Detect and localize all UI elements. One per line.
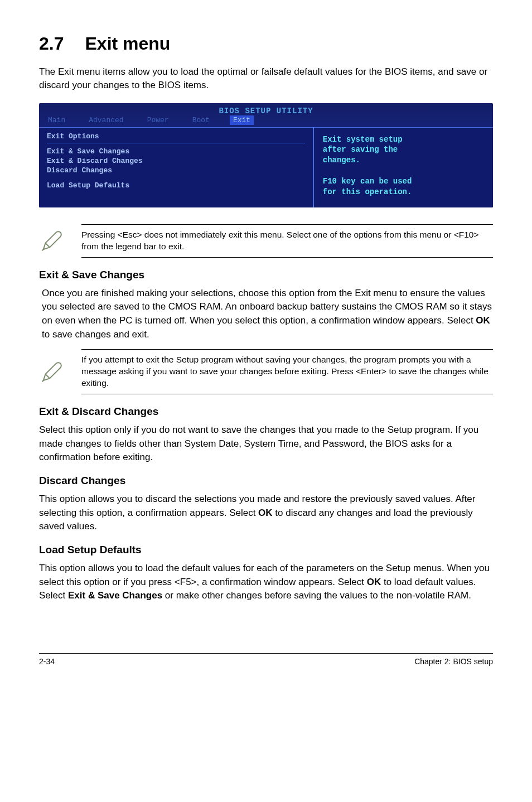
page-number: 2-34: [39, 657, 55, 666]
bios-opt-defaults: Load Setup Defaults: [47, 181, 305, 190]
para-exit-save: Once you are finished making your select…: [42, 287, 493, 342]
bios-help-line: after saving the: [323, 144, 484, 155]
bios-left-panel: Exit Options Exit & Save Changes Exit & …: [39, 128, 313, 207]
para-exit-discard: Select this option only if you do not wa…: [39, 423, 493, 465]
bios-help-line: changes.: [323, 155, 484, 166]
pen-icon: [39, 228, 65, 254]
bios-help-line: F10 key can be used: [323, 176, 484, 187]
subhead-discard: Discard Changes: [39, 475, 493, 487]
intro-paragraph: The Exit menu items allow you to load th…: [39, 65, 493, 92]
bios-opt-save: Exit & Save Changes: [47, 147, 305, 156]
bios-opt-discard-exit: Exit & Discard Changes: [47, 156, 305, 166]
subhead-exit-discard: Exit & Discard Changes: [39, 405, 493, 418]
ok-label: OK: [258, 508, 273, 518]
bios-tab-exit: Exit: [230, 115, 254, 125]
para-text: Once you are finished making your select…: [42, 288, 492, 326]
bios-options-title: Exit Options: [47, 131, 305, 143]
bios-tab-advanced: Advanced: [85, 115, 127, 125]
bios-tab-bar: Main Advanced Power Boot Exit: [39, 115, 493, 127]
bios-screenshot: BIOS SETUP UTILITY Main Advanced Power B…: [39, 103, 493, 207]
note-block: Pressing <Esc> does not immediately exit…: [39, 224, 493, 258]
subhead-exit-save: Exit & Save Changes: [39, 269, 493, 281]
bios-body: Exit Options Exit & Save Changes Exit & …: [39, 127, 493, 207]
note-text: Pressing <Esc> does not immediately exit…: [81, 224, 493, 258]
bios-tab-power: Power: [144, 115, 172, 125]
bios-opt-gap: [47, 175, 305, 181]
bios-right-panel: Exit system setup after saving the chang…: [313, 128, 493, 207]
para-discard: This option allows you to discard the se…: [39, 492, 493, 534]
para-text: or make other changes before saving the …: [162, 590, 471, 601]
bios-tab-boot: Boot: [189, 115, 213, 125]
para-load-defaults: This option allows you to load the defau…: [39, 562, 493, 603]
note-text: If you attempt to exit the Setup program…: [81, 349, 493, 394]
bios-header: BIOS SETUP UTILITY: [39, 103, 493, 115]
bios-tab-main: Main: [45, 115, 69, 125]
bios-help-line: Exit system setup: [323, 134, 484, 145]
bios-help-line: [323, 166, 484, 176]
exit-save-label: Exit & Save Changes: [68, 590, 162, 601]
pen-icon: [39, 359, 65, 385]
bios-help-line: for this operation.: [323, 187, 484, 197]
subhead-load-defaults: Load Setup Defaults: [39, 544, 493, 556]
bios-opt-discard: Discard Changes: [47, 166, 305, 175]
section-number: 2.7: [39, 33, 64, 54]
ok-label: OK: [367, 577, 381, 587]
page-footer: 2-34 Chapter 2: BIOS setup: [39, 653, 493, 666]
para-text: to save changes and exit.: [42, 329, 149, 340]
ok-label: OK: [476, 315, 490, 326]
note-block: If you attempt to exit the Setup program…: [39, 349, 493, 394]
chapter-label: Chapter 2: BIOS setup: [414, 657, 493, 666]
section-heading: Exit menu: [85, 33, 170, 54]
section-title: 2.7Exit menu: [39, 33, 493, 54]
